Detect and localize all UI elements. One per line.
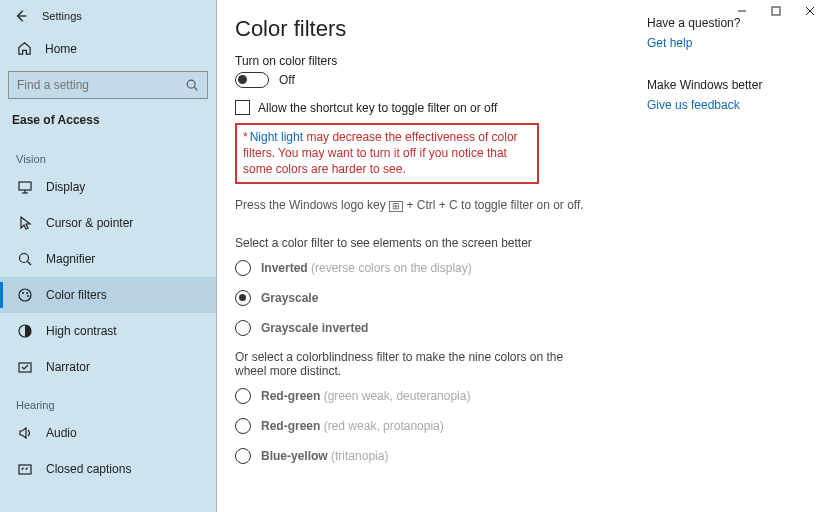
radio-label: Red-green (red weak, protanopia): [261, 419, 444, 433]
main: Color filters Turn on color filters Off …: [216, 0, 827, 512]
sidebar: Settings Home Ease of Access VisionDispl…: [0, 0, 216, 512]
palette-icon: [17, 287, 33, 303]
shortcut-checkbox[interactable]: [235, 100, 250, 115]
sidebar-item-label: Color filters: [46, 288, 107, 302]
sidebar-item-label: Audio: [46, 426, 77, 440]
radio-label: Blue-yellow (tritanopia): [261, 449, 388, 463]
radio-group-2: Red-green (green weak, deuteranopia)Red-…: [235, 388, 623, 464]
close-button[interactable]: [793, 0, 827, 22]
feedback-title: Make Windows better: [647, 78, 809, 92]
back-button[interactable]: [12, 7, 30, 25]
radio-label: Grayscale inverted: [261, 321, 368, 335]
speaker-icon: [17, 425, 33, 441]
home-nav[interactable]: Home: [0, 32, 216, 65]
monitor-icon: [17, 179, 33, 195]
sidebar-item-label: Narrator: [46, 360, 90, 374]
sidebar-item-label: Closed captions: [46, 462, 131, 476]
sidebar-item-label: Display: [46, 180, 85, 194]
search-box[interactable]: [8, 71, 208, 99]
section-label: Vision: [0, 139, 216, 169]
toggle-row: Off: [235, 72, 623, 88]
svg-point-8: [19, 289, 31, 301]
sidebar-item-label: High contrast: [46, 324, 117, 338]
window-controls: [725, 0, 827, 22]
radio-label: Grayscale: [261, 291, 318, 305]
radio-option[interactable]: Red-green (red weak, protanopia): [235, 418, 623, 434]
nav-list: AudioClosed captions: [0, 415, 216, 487]
group2-label: Or select a colorblindness filter to mak…: [235, 350, 595, 378]
radio-button[interactable]: [235, 290, 251, 306]
windows-key-icon: ⊞: [389, 201, 403, 212]
sidebar-item-audio[interactable]: Audio: [0, 415, 216, 451]
radio-option[interactable]: Grayscale inverted: [235, 320, 623, 336]
svg-rect-14: [19, 465, 31, 474]
svg-line-2: [194, 87, 197, 90]
night-light-link[interactable]: Night light: [250, 130, 303, 144]
svg-point-6: [20, 254, 29, 263]
nav-list: DisplayCursor & pointerMagnifierColor fi…: [0, 169, 216, 385]
nav-sections: VisionDisplayCursor & pointerMagnifierCo…: [0, 139, 216, 487]
cursor-icon: [17, 215, 33, 231]
contrast-icon: [17, 323, 33, 339]
color-filters-toggle[interactable]: [235, 72, 269, 88]
svg-point-9: [22, 292, 24, 294]
app-title: Settings: [42, 10, 82, 22]
sidebar-item-label: Magnifier: [46, 252, 95, 266]
shortcut-check-row: Allow the shortcut key to toggle filter …: [235, 100, 623, 115]
key-hint-pre: Press the Windows logo key: [235, 198, 389, 212]
sidebar-item-color-filters[interactable]: Color filters: [0, 277, 216, 313]
radio-option[interactable]: Inverted (reverse colors on the display): [235, 260, 623, 276]
sidebar-item-cursor-pointer[interactable]: Cursor & pointer: [0, 205, 216, 241]
radio-group-1: Inverted (reverse colors on the display)…: [235, 260, 623, 336]
svg-rect-3: [19, 182, 31, 190]
home-icon: [17, 41, 32, 56]
toggle-label: Turn on color filters: [235, 54, 623, 68]
radio-label: Red-green (green weak, deuteranopia): [261, 389, 470, 403]
group1-label: Select a color filter to see elements on…: [235, 236, 595, 250]
narrator-icon: [17, 359, 33, 375]
home-label: Home: [45, 42, 77, 56]
radio-button[interactable]: [235, 260, 251, 276]
svg-line-7: [28, 262, 32, 266]
radio-button[interactable]: [235, 448, 251, 464]
sidebar-item-high-contrast[interactable]: High contrast: [0, 313, 216, 349]
app-window: Settings Home Ease of Access VisionDispl…: [0, 0, 827, 512]
toggle-state: Off: [279, 73, 295, 87]
sidebar-item-closed-captions[interactable]: Closed captions: [0, 451, 216, 487]
svg-rect-16: [772, 7, 780, 15]
back-arrow-icon: [14, 9, 28, 23]
search-icon: [185, 78, 199, 92]
radio-button[interactable]: [235, 320, 251, 336]
radio-button[interactable]: [235, 388, 251, 404]
magnify-icon: [17, 251, 33, 267]
sidebar-header: Settings: [0, 0, 216, 32]
category-title: Ease of Access: [0, 99, 216, 139]
minimize-button[interactable]: [725, 0, 759, 22]
get-help-link[interactable]: Get help: [647, 36, 692, 50]
maximize-button[interactable]: [759, 0, 793, 22]
radio-button[interactable]: [235, 418, 251, 434]
sidebar-item-display[interactable]: Display: [0, 169, 216, 205]
captions-icon: [17, 461, 33, 477]
right-rail: Have a question? Get help Make Windows b…: [647, 0, 827, 512]
svg-point-10: [26, 292, 28, 294]
radio-option[interactable]: Grayscale: [235, 290, 623, 306]
note-asterisk: *: [243, 130, 248, 144]
page-title: Color filters: [235, 16, 623, 42]
key-hint-post: + Ctrl + C to toggle filter on or off.: [403, 198, 584, 212]
night-light-note: *Night light may decrease the effectiven…: [235, 123, 539, 184]
search-input[interactable]: [17, 78, 185, 92]
radio-label: Inverted (reverse colors on the display): [261, 261, 472, 275]
sidebar-item-narrator[interactable]: Narrator: [0, 349, 216, 385]
give-feedback-link[interactable]: Give us feedback: [647, 98, 740, 112]
section-label: Hearing: [0, 385, 216, 415]
radio-option[interactable]: Red-green (green weak, deuteranopia): [235, 388, 623, 404]
svg-point-11: [27, 295, 29, 297]
shortcut-label: Allow the shortcut key to toggle filter …: [258, 101, 497, 115]
svg-point-1: [187, 80, 195, 88]
radio-option[interactable]: Blue-yellow (tritanopia): [235, 448, 623, 464]
sidebar-item-label: Cursor & pointer: [46, 216, 133, 230]
key-hint: Press the Windows logo key ⊞ + Ctrl + C …: [235, 198, 623, 212]
content: Color filters Turn on color filters Off …: [217, 0, 647, 512]
sidebar-item-magnifier[interactable]: Magnifier: [0, 241, 216, 277]
